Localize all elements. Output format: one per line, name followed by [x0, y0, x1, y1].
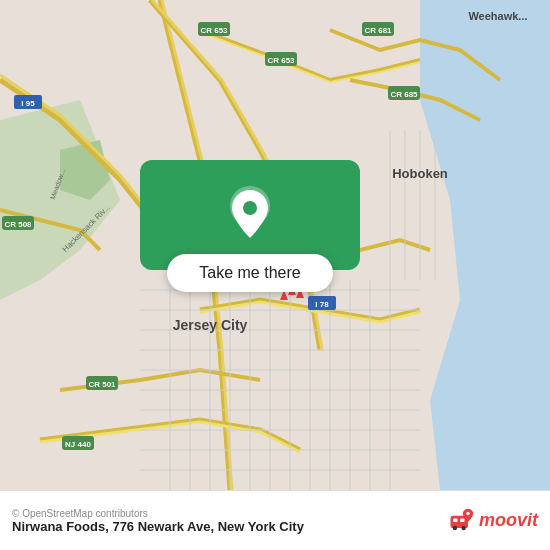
svg-text:Jersey City: Jersey City — [173, 317, 248, 333]
moovit-logo: moovit — [447, 507, 538, 535]
button-overlay: Take me there — [140, 160, 360, 292]
map-attribution: © OpenStreetMap contributors — [12, 508, 304, 519]
svg-rect-58 — [453, 518, 457, 522]
svg-text:CR 508: CR 508 — [4, 220, 32, 229]
svg-point-56 — [243, 201, 257, 215]
svg-text:I 95: I 95 — [21, 99, 35, 108]
svg-text:CR 501: CR 501 — [88, 380, 116, 389]
svg-text:CR 681: CR 681 — [364, 26, 392, 35]
svg-rect-59 — [460, 518, 464, 522]
svg-text:CR 685: CR 685 — [390, 90, 418, 99]
map-view: I 95 CR 653 CR 653 CR 681 CR 685 CR 508 … — [0, 0, 550, 490]
svg-text:CR 653: CR 653 — [200, 26, 228, 35]
svg-text:NJ 440: NJ 440 — [65, 440, 91, 449]
take-me-there-button[interactable]: Take me there — [167, 254, 332, 292]
location-name: Nirwana Foods, 776 Newark Ave, New York … — [12, 519, 304, 534]
svg-text:CR 653: CR 653 — [267, 56, 295, 65]
moovit-icon — [447, 507, 475, 535]
location-pin-icon — [226, 186, 274, 244]
svg-text:I 78: I 78 — [315, 300, 329, 309]
svg-point-60 — [453, 525, 457, 529]
moovit-text: moovit — [479, 510, 538, 531]
svg-point-61 — [461, 525, 465, 529]
bottom-info: © OpenStreetMap contributors Nirwana Foo… — [12, 508, 304, 534]
bottom-bar: © OpenStreetMap contributors Nirwana Foo… — [0, 490, 550, 550]
svg-text:Weehawk...: Weehawk... — [468, 10, 527, 22]
svg-text:Hoboken: Hoboken — [392, 166, 448, 181]
svg-point-62 — [466, 511, 470, 515]
